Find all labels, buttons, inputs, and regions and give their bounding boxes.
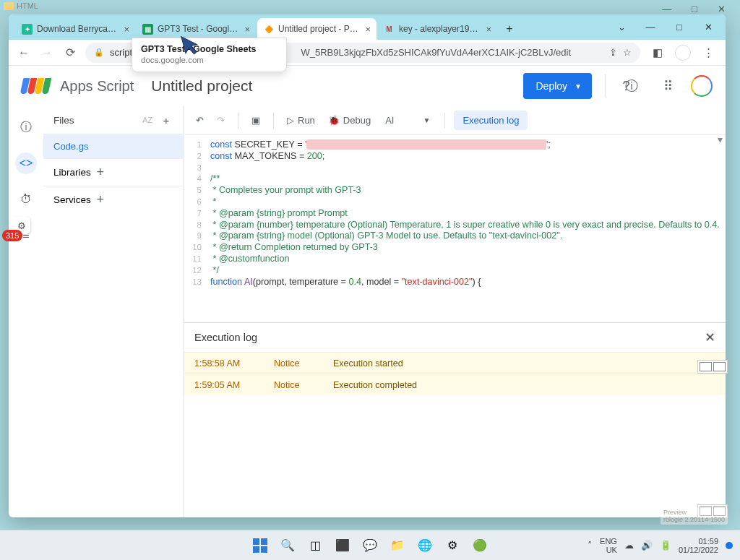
save-button[interactable]: ▣ xyxy=(247,112,264,129)
code-line[interactable]: 5 * Completes your prompt with GPT-3 xyxy=(184,185,726,197)
back-button[interactable]: ← xyxy=(16,46,32,59)
execution-log-panel: Execution log✕ 1:58:58 AMNoticeExecution… xyxy=(184,322,726,517)
reload-button[interactable]: ⟳ xyxy=(62,46,78,59)
close-icon[interactable]: × xyxy=(486,24,491,35)
lang-indicator[interactable]: ENGUK xyxy=(600,537,617,554)
project-title[interactable]: Untitled project xyxy=(151,77,252,95)
steam-icon[interactable]: ⚙ xyxy=(441,534,464,557)
help-icon[interactable]: ⓘ? xyxy=(619,73,645,99)
maximize-button[interactable]: □ xyxy=(668,19,691,35)
sort-icon[interactable]: AZ xyxy=(138,116,157,124)
search-icon[interactable]: 🔍 xyxy=(276,534,299,557)
menu-icon[interactable]: ⋮ xyxy=(698,46,718,59)
chevron-up-icon[interactable]: ˄ xyxy=(588,540,593,551)
clock[interactable]: 01:5901/12/2022 xyxy=(679,537,718,554)
code-line[interactable]: 9 * @param {string} model (Optional) GPT… xyxy=(184,231,726,242)
chrome-icon[interactable]: 🟢 xyxy=(468,534,491,557)
add-file-button[interactable]: + xyxy=(157,114,176,126)
triggers-icon[interactable]: ⏱ xyxy=(15,189,37,210)
svg-rect-3 xyxy=(261,546,267,553)
libraries-row[interactable]: Libraries+ xyxy=(43,158,183,186)
svg-rect-0 xyxy=(253,538,259,545)
code-line[interactable]: 1const SECRET_KEY = 'xxxxxxxxxxxxxxxxxxx… xyxy=(184,139,726,151)
add-library-button[interactable]: + xyxy=(91,165,110,180)
add-service-button[interactable]: + xyxy=(91,192,110,207)
start-button[interactable] xyxy=(249,534,272,557)
brand-name: Apps Script xyxy=(60,78,134,95)
apps-script-header: Apps Script Untitled project Deploy▼ ⓘ? … xyxy=(9,66,726,106)
deploy-button[interactable]: Deploy▼ xyxy=(523,73,593,99)
editor-icon[interactable]: <> xyxy=(15,152,37,174)
preview-watermark: Previewrologie 2.20114-1500 xyxy=(661,507,728,525)
chevron-down-icon[interactable]: ⌄ xyxy=(610,19,633,35)
star-icon[interactable]: ☆ xyxy=(623,47,632,58)
side-panel-icon[interactable]: ◧ xyxy=(648,46,668,59)
battery-icon[interactable]: 🔋 xyxy=(660,540,671,551)
tab-4[interactable]: Mkey - alexplayer1983@× xyxy=(378,18,497,40)
onedrive-icon[interactable]: ☁ xyxy=(624,540,634,551)
svg-rect-1 xyxy=(261,538,267,545)
files-sidebar: Files AZ + Code.gs Libraries+ Services+ xyxy=(43,106,184,517)
undo-button[interactable]: ↶ xyxy=(192,112,208,129)
notification-badge: 315 xyxy=(2,230,22,241)
left-rail: ⓘ <> ⏱ ≡ xyxy=(9,106,43,517)
window-controls: —□✕ xyxy=(662,4,726,14)
code-line[interactable]: 4/** xyxy=(184,173,726,185)
editor-area: ↶ ↷ ▣ ▷ Run 🐞 Debug AI▼ Execution log ▾ … xyxy=(184,106,726,517)
share-icon[interactable]: ⇪ xyxy=(609,47,617,58)
code-line[interactable]: 6 * xyxy=(184,197,726,208)
tab-3-active[interactable]: 🔶Untitled project - Proje× xyxy=(257,18,377,40)
file-code-gs[interactable]: Code.gs xyxy=(43,134,183,158)
code-line[interactable]: 12 */ xyxy=(184,265,726,277)
address-bar: ← → ⟳ 🔒 script.go hidden by tooltip over… xyxy=(9,40,726,66)
close-button[interactable]: ✕ xyxy=(697,19,720,35)
edge-icon[interactable]: 🌐 xyxy=(413,534,436,557)
avatar[interactable] xyxy=(691,75,713,97)
taskview-icon[interactable]: ◫ xyxy=(304,534,327,557)
svg-rect-2 xyxy=(253,546,259,553)
execution-log-button[interactable]: Execution log xyxy=(454,111,528,130)
close-icon[interactable]: × xyxy=(244,24,250,35)
code-line[interactable]: 11 * @customfunction xyxy=(184,254,726,265)
code-line[interactable]: 10 * @return Completion returned by GPT-… xyxy=(184,242,726,254)
collapse-icon[interactable]: ▾ xyxy=(718,134,723,145)
close-icon[interactable]: ✕ xyxy=(705,329,715,345)
notification-dot[interactable] xyxy=(726,542,733,549)
info-icon[interactable]: ⓘ xyxy=(15,116,37,138)
windows-taskbar: 🔍 ◫ ⬛ 💬 📁 🌐 ⚙ 🟢 ˄ ENGUK ☁ 🔊 🔋 01:5901/12… xyxy=(0,530,740,560)
close-icon[interactable]: × xyxy=(365,24,371,35)
tab-strip: ✦Download Berrycast De× ▦GPT3 Test - Goo… xyxy=(9,14,726,40)
close-icon[interactable]: × xyxy=(124,24,129,35)
code-line[interactable]: 13function AI(prompt, temperature = 0.4,… xyxy=(184,277,726,288)
apps-icon[interactable]: ⠿ xyxy=(655,73,681,99)
desktop-folder: HTML xyxy=(4,1,38,10)
chrome-window: ✦Download Berrycast De× ▦GPT3 Test - Goo… xyxy=(9,14,726,517)
chat-icon[interactable]: 💬 xyxy=(358,534,382,557)
log-title: Execution log xyxy=(194,332,257,343)
services-row[interactable]: Services+ xyxy=(43,186,183,213)
code-line[interactable]: 2const MAX_TOKENS = 200; xyxy=(184,151,726,163)
apps-script-logo xyxy=(22,78,50,94)
widgets-icon[interactable]: ⬛ xyxy=(331,534,354,557)
log-row: 1:58:58 AMNoticeExecution started xyxy=(184,352,726,374)
chrome-profile[interactable] xyxy=(675,45,691,61)
new-tab-button[interactable]: + xyxy=(499,18,520,40)
code-editor[interactable]: 1const SECRET_KEY = 'xxxxxxxxxxxxxxxxxxx… xyxy=(184,135,726,322)
tab-1[interactable]: ✦Download Berrycast De× xyxy=(16,18,135,40)
code-line[interactable]: 7 * @param {string} prompt Prompt xyxy=(184,208,726,220)
tab-tooltip: GPT3 Test - Google Sheets docs.google.co… xyxy=(132,38,287,72)
run-button[interactable]: ▷ Run xyxy=(283,112,319,129)
lock-icon: 🔒 xyxy=(94,48,104,57)
volume-icon[interactable]: 🔊 xyxy=(641,540,653,551)
explorer-icon[interactable]: 📁 xyxy=(386,534,409,557)
layout-toggle-1[interactable] xyxy=(697,360,728,374)
minimize-button[interactable]: — xyxy=(639,19,662,35)
function-select[interactable]: AI▼ xyxy=(379,112,436,129)
log-row: 1:59:05 AMNoticeExecution completed xyxy=(184,374,726,395)
chevron-down-icon: ▼ xyxy=(423,116,430,124)
code-line[interactable]: 3 xyxy=(184,163,726,174)
forward-button: → xyxy=(39,46,55,59)
debug-button[interactable]: 🐞 Debug xyxy=(324,112,375,129)
editor-toolbar: ↶ ↷ ▣ ▷ Run 🐞 Debug AI▼ Execution log xyxy=(184,106,726,135)
code-line[interactable]: 8 * @param {number} temperature (Optiona… xyxy=(184,220,726,231)
